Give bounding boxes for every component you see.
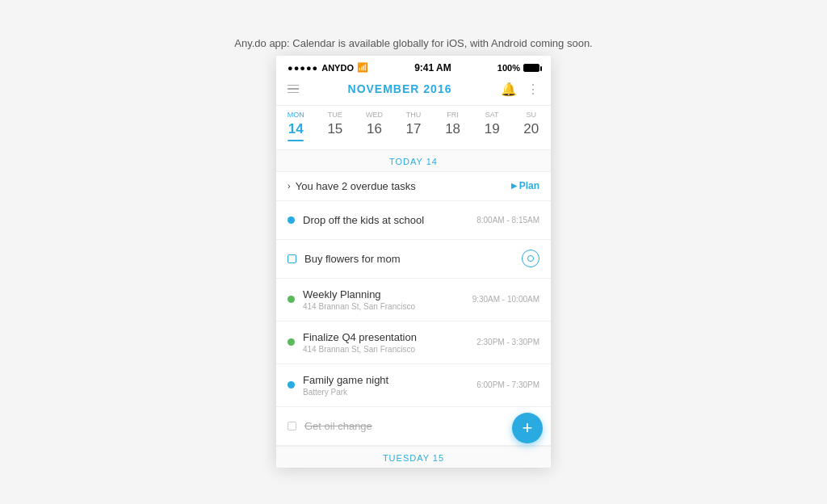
day-name-mon: MON [288,111,304,119]
task-item-flowers[interactable]: Buy flowers for mom [276,240,551,279]
event-dot-blue [288,216,295,224]
task-title: Finalize Q4 presentation [303,331,470,343]
task-time: 9:30AM - 10:00AM [472,295,539,304]
day-name-fri: FRI [447,111,459,119]
task-time: 6:00PM - 7:30PM [476,380,539,389]
day-col-wed[interactable]: WED 16 [355,111,394,141]
task-checkbox-done[interactable] [288,422,296,430]
plan-label: Plan [519,180,539,191]
task-content: Weekly Planning 414 Brannan St, San Fran… [303,288,466,311]
overdue-label: You have 2 overdue tasks [296,180,416,192]
event-dot-green [288,296,295,303]
day-num-sat: 19 [485,121,500,137]
day-num-thu: 17 [406,121,422,137]
remind-icon[interactable] [522,250,539,267]
day-underline-mon [288,140,304,141]
battery-percent: 100% [497,63,520,73]
day-name-thu: THU [406,111,422,119]
day-name-sat: SAT [485,111,499,119]
task-item-family-game-night[interactable]: Family game night Battery Park 6:00PM - … [276,364,551,407]
day-name-sun: SU [527,111,537,119]
task-title: Buy flowers for mom [304,253,515,265]
task-item-drop-off[interactable]: Drop off the kids at school 8:00AM - 8:1… [276,201,551,240]
overdue-text: › You have 2 overdue tasks [288,180,416,192]
more-icon[interactable]: ⋮ [527,82,539,97]
clock: 9:41 AM [414,62,451,74]
day-num-wed: 16 [367,121,382,137]
day-num-mon: 14 [288,121,304,137]
day-name-tue: TUE [328,111,342,119]
task-time: 2:30PM - 3:30PM [476,338,539,346]
day-col-mon[interactable]: MON 14 [276,111,316,141]
app-header: NOVEMBER 2016 🔔 ⋮ [276,77,551,106]
task-content: Finalize Q4 presentation 414 Brannan St,… [303,331,470,354]
task-item-oil-change[interactable]: Get oil change [276,407,551,446]
day-col-thu[interactable]: THU 17 [394,111,434,141]
status-right: 100% [497,63,539,73]
task-subtitle: Battery Park [303,388,470,397]
day-col-sun[interactable]: SU 20 [511,111,551,141]
status-bar: ●●●●● ANYDO 📶 9:41 AM 100% [276,56,551,77]
plus-icon: + [523,418,533,439]
chevron-right-icon: › [288,181,291,191]
carrier-name: ANYDO [321,63,354,73]
battery-icon [523,64,539,72]
overdue-row[interactable]: › You have 2 overdue tasks ▶ Plan [276,172,551,201]
task-item-q4[interactable]: Finalize Q4 presentation 414 Brannan St,… [276,321,551,364]
remind-inner [527,255,534,262]
task-content: Family game night Battery Park [303,374,470,397]
task-title-done: Get oil change [304,420,539,432]
task-title: Weekly Planning [303,288,466,300]
tuesday-header: TUESDAY 15 [276,446,551,468]
plan-button[interactable]: ▶ Plan [511,180,539,191]
task-content: Get oil change [304,420,539,432]
today-header: TODAY 14 [276,150,551,172]
month-title: NOVEMBER 2016 [348,82,452,95]
week-strip: MON 14 TUE 15 WED 16 THU 17 FRI 18 SAT [276,106,551,150]
wifi-icon: 📶 [357,62,368,73]
day-num-sun: 20 [523,121,539,137]
day-name-wed: WED [366,111,383,119]
status-left: ●●●●● ANYDO 📶 [288,62,368,73]
signal-dots: ●●●●● [288,63,318,73]
bell-icon[interactable]: 🔔 [501,82,517,97]
page-wrapper: Any.do app: Calendar is available global… [0,0,827,504]
event-dot-blue [288,381,295,388]
menu-icon[interactable] [288,85,299,94]
task-item-weekly-planning[interactable]: Weekly Planning 414 Brannan St, San Fran… [276,279,551,321]
day-num-tue: 15 [327,121,342,137]
tasks-list: › You have 2 overdue tasks ▶ Plan Drop o… [276,172,551,446]
task-subtitle: 414 Brannan St, San Francisco [303,345,470,354]
task-time: 8:00AM - 8:15AM [476,216,539,225]
task-content: Buy flowers for mom [304,253,515,265]
top-text: Any.do app: Calendar is available global… [234,37,592,49]
task-content: Drop off the kids at school [303,214,470,226]
day-col-fri[interactable]: FRI 18 [433,111,472,141]
task-title: Family game night [303,374,470,386]
day-col-tue[interactable]: TUE 15 [316,111,355,141]
task-subtitle: 414 Brannan St, San Francisco [303,302,466,311]
play-icon: ▶ [511,182,517,190]
header-actions: 🔔 ⋮ [501,82,539,97]
day-num-fri: 18 [445,121,460,137]
task-title: Drop off the kids at school [303,214,470,226]
add-task-fab[interactable]: + [512,413,543,443]
phone-frame: ●●●●● ANYDO 📶 9:41 AM 100% NOVEMBER 2016… [276,56,551,468]
event-dot-green [288,338,295,346]
day-col-sat[interactable]: SAT 19 [472,111,512,141]
task-checkbox[interactable] [288,254,296,263]
